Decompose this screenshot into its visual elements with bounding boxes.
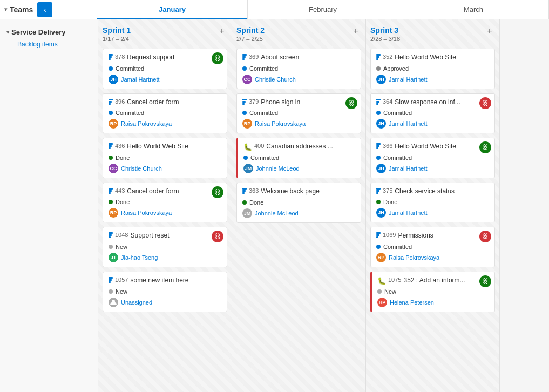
sprint-dates: 1/17 – 2/4 bbox=[103, 36, 131, 42]
card-link-icon[interactable]: ⛓ bbox=[479, 97, 491, 109]
sprint-add-button[interactable]: + bbox=[484, 26, 495, 37]
month-tab-february[interactable]: February bbox=[248, 0, 398, 19]
card-assignee: JM Johnnie McLeod bbox=[243, 164, 355, 173]
card-443[interactable]: ⛓ 443 Cancel order form Done RP Raisa Po… bbox=[103, 183, 227, 223]
status-dot bbox=[109, 200, 113, 204]
assignee-name[interactable]: Jamal Hartnett bbox=[389, 209, 428, 216]
card-379[interactable]: ⛓ 379 Phone sign in Committed RP Raisa P… bbox=[236, 93, 361, 134]
card-link-icon[interactable]: ⛓ bbox=[479, 275, 491, 287]
card-400[interactable]: 🐛 400 Canadian addresses ... Committed J… bbox=[236, 138, 361, 178]
assignee-name[interactable]: Raisa Pokrovskaya bbox=[121, 120, 172, 127]
card-title: Support reset bbox=[130, 232, 169, 240]
sprint-add-button[interactable]: + bbox=[350, 26, 361, 37]
card-link-icon[interactable]: ⛓ bbox=[212, 52, 223, 64]
month-tab-january[interactable]: January bbox=[97, 0, 248, 19]
card-link-icon[interactable]: ⛓ bbox=[479, 231, 491, 242]
card-assignee: CC Christie Church bbox=[242, 75, 355, 84]
card-link-icon[interactable]: ⛓ bbox=[345, 97, 357, 109]
story-icon bbox=[242, 99, 247, 105]
status-dot bbox=[109, 289, 113, 294]
card-1057[interactable]: 1057 some new item here New Unassigned bbox=[103, 272, 227, 312]
month-tab-march[interactable]: March bbox=[398, 0, 549, 19]
card-status: Committed bbox=[376, 110, 489, 116]
teams-nav: ▾ Teams ‹ bbox=[0, 2, 97, 17]
assignee-name[interactable]: Christie Church bbox=[121, 165, 162, 172]
card-top: 436 Hello World Web Site bbox=[109, 143, 221, 151]
card-352[interactable]: 352 Hello World Web Site Approved JH Jam… bbox=[370, 49, 495, 89]
card-status: Committed bbox=[242, 65, 355, 72]
assignee-name[interactable]: Christie Church bbox=[255, 76, 296, 83]
story-icon bbox=[109, 188, 113, 194]
card-id: 443 bbox=[115, 187, 125, 194]
card-status: Committed bbox=[243, 154, 355, 161]
status-label: Committed bbox=[116, 65, 144, 72]
card-364[interactable]: ⛓ 364 Slow response on inf... Committed … bbox=[370, 93, 495, 134]
assignee-name[interactable]: Jamal Hartnett bbox=[121, 76, 160, 83]
card-top: 366 Hello World Web Site bbox=[376, 143, 489, 151]
assignee-name[interactable]: Jia-hao Tseng bbox=[121, 254, 158, 261]
card-1069[interactable]: ⛓ 1069 Permissions Committed RP Raisa Po… bbox=[370, 227, 495, 267]
assignee-name[interactable]: Jamal Hartnett bbox=[389, 76, 428, 83]
assignee-name[interactable]: Raisa Pokrovskaya bbox=[121, 209, 172, 216]
status-dot bbox=[376, 156, 381, 160]
card-375[interactable]: 375 Check service status Done JH Jamal H… bbox=[370, 183, 495, 223]
card-top: 378 Request support bbox=[109, 53, 221, 62]
sprint-header: Sprint 3 2/28 – 3/18 + bbox=[370, 24, 495, 44]
status-label: New bbox=[384, 288, 396, 295]
card-top: 1069 Permissions bbox=[376, 232, 489, 240]
assignee-name[interactable]: Helena Petersen bbox=[390, 299, 434, 306]
card-id: 378 bbox=[115, 53, 125, 60]
card-id: 379 bbox=[249, 98, 259, 105]
teams-chevron-icon[interactable]: ▾ bbox=[4, 6, 8, 13]
card-title: Phone sign in bbox=[261, 98, 300, 107]
card-366[interactable]: ⛓ 366 Hello World Web Site Committed JH … bbox=[370, 138, 495, 178]
card-1075[interactable]: ⛓ 🐛 1075 352 : Add an inform... New HP H… bbox=[370, 272, 495, 312]
card-378[interactable]: ⛓ 378 Request support Committed JH Jamal… bbox=[103, 49, 227, 89]
assignee-name[interactable]: Jamal Hartnett bbox=[389, 165, 428, 172]
status-label: New bbox=[116, 288, 127, 295]
status-label: Committed bbox=[383, 244, 412, 250]
card-link-icon[interactable]: ⛓ bbox=[212, 186, 223, 198]
card-top: 🐛 1075 352 : Add an inform... bbox=[377, 276, 489, 285]
assignee-name[interactable]: Raisa Pokrovskaya bbox=[389, 254, 439, 261]
card-status: Approved bbox=[376, 65, 489, 72]
avatar: CC bbox=[109, 164, 118, 173]
story-icon bbox=[376, 54, 381, 60]
sprint-add-button[interactable]: + bbox=[216, 26, 227, 37]
assignee-name[interactable]: Raisa Pokrovskaya bbox=[255, 120, 306, 127]
avatar: JT bbox=[109, 253, 118, 262]
status-label: Committed bbox=[383, 110, 412, 116]
avatar: JH bbox=[376, 164, 386, 173]
nav-back-button[interactable]: ‹ bbox=[37, 2, 52, 17]
card-id: 364 bbox=[383, 98, 392, 105]
card-link-icon[interactable]: ⛓ bbox=[212, 231, 223, 242]
sprint-column-3: Sprint 3 2/28 – 3/18 + 352 Hello World W… bbox=[366, 19, 500, 392]
sprint-column-2: Sprint 2 2/7 – 2/25 + 369 About screen C… bbox=[232, 19, 366, 392]
card-id: 363 bbox=[249, 187, 259, 194]
card-title: Hello World Web Site bbox=[127, 143, 188, 151]
status-label: Committed bbox=[383, 154, 412, 161]
status-dot bbox=[109, 245, 113, 249]
card-link-icon[interactable]: ⛓ bbox=[479, 141, 491, 153]
bug-icon: 🐛 bbox=[377, 277, 386, 285]
teams-title: Teams bbox=[10, 5, 33, 14]
card-396[interactable]: 396 Cancel order form Committed RP Raisa… bbox=[103, 93, 227, 134]
card-363[interactable]: 363 Welcome back page Done JM Johnnie Mc… bbox=[236, 183, 361, 223]
status-label: Committed bbox=[116, 110, 144, 116]
card-436[interactable]: 436 Hello World Web Site Done CC Christi… bbox=[103, 138, 227, 178]
assignee-name[interactable]: Johnnie McLeod bbox=[256, 165, 300, 172]
card-id: 400 bbox=[254, 143, 264, 149]
card-title: Permissions bbox=[398, 232, 433, 240]
assignee-name[interactable]: Unassigned bbox=[121, 299, 152, 306]
avatar: RP bbox=[109, 119, 118, 129]
card-369[interactable]: 369 About screen Committed CC Christie C… bbox=[236, 49, 361, 89]
sidebar-item-backlog[interactable]: Backlog items bbox=[4, 38, 93, 50]
card-top: 1048 Support reset bbox=[109, 232, 221, 240]
card-title: Canadian addresses ... bbox=[266, 143, 333, 151]
assignee-name[interactable]: Johnnie McLeod bbox=[255, 210, 299, 217]
assignee-name[interactable]: Jamal Hartnett bbox=[389, 120, 428, 127]
sidebar-section-header[interactable]: ▾ Service Delivery bbox=[4, 26, 93, 38]
card-1048[interactable]: ⛓ 1048 Support reset New JT Jia-hao Tsen… bbox=[103, 227, 227, 267]
card-title: Hello World Web Site bbox=[395, 53, 456, 62]
status-dot bbox=[242, 200, 247, 205]
